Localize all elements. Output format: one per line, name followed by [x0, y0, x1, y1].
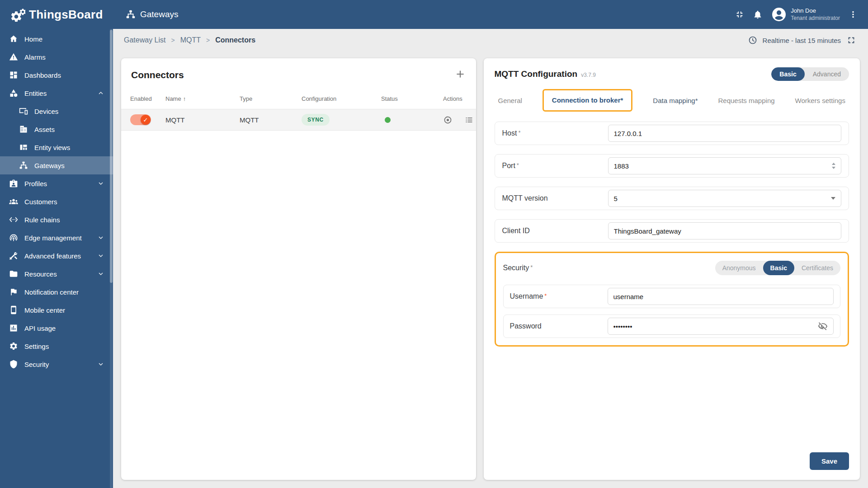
stepper-down-icon[interactable] [832, 167, 835, 169]
sidebar-item-home[interactable]: Home [0, 30, 113, 48]
column-enabled[interactable]: Enabled [130, 95, 165, 102]
column-type[interactable]: Type [240, 95, 302, 102]
enabled-toggle[interactable]: ✓ [130, 114, 151, 125]
sort-asc-icon[interactable]: ↑ [183, 95, 186, 102]
port-label: Port* [502, 162, 608, 170]
user-role: Tenant administrator [791, 15, 840, 22]
column-name[interactable]: Name ↑ [165, 95, 240, 102]
username-field[interactable] [613, 293, 828, 300]
mode-basic-button[interactable]: Basic [771, 67, 804, 81]
connectors-panel: Connectors Enabled Name ↑ Type Configura… [121, 58, 476, 480]
password-field[interactable] [613, 323, 815, 330]
client-id-input[interactable] [614, 227, 836, 235]
sidebar-item-mobile-center[interactable]: Mobile center [0, 301, 113, 319]
sidebar-scrollbar-thumb[interactable] [110, 30, 113, 283]
sidebar-item-rule-chains[interactable]: Rule chains [0, 211, 113, 229]
shield-icon [9, 360, 18, 369]
sidebar-item-devices[interactable]: Devices [0, 102, 113, 120]
sidebar-item-gateways[interactable]: Gateways [0, 156, 113, 174]
settings-ethernet-icon [9, 215, 18, 224]
user-menu[interactable]: John Doe Tenant administrator [771, 6, 840, 23]
sidebar-item-alarms[interactable]: Alarms [0, 48, 113, 66]
config-title: MQTT Configuration [495, 69, 578, 79]
mqtt-version-select[interactable]: 5 [608, 190, 842, 207]
host-input[interactable] [614, 130, 836, 137]
status-cell [381, 117, 443, 123]
construction-icon [9, 251, 18, 260]
avatar [771, 6, 787, 23]
sidebar-item-resources[interactable]: Resources [0, 265, 113, 283]
chevron-down-icon [97, 270, 105, 278]
mode-advanced-button[interactable]: Advanced [805, 67, 849, 81]
tab-general[interactable]: General [498, 97, 522, 104]
tab-data-mapping[interactable]: Data mapping* [653, 97, 698, 104]
sidebar-item-security[interactable]: Security [0, 355, 113, 373]
time-controls: Realtime - last 15 minutes [748, 35, 856, 45]
status-ok-dot [385, 117, 391, 123]
security-anonymous-button[interactable]: Anonymous [715, 261, 763, 275]
tab-requests-mapping[interactable]: Requests mapping [718, 97, 774, 104]
security-basic-button[interactable]: Basic [763, 261, 794, 275]
sidebar-item-entity-views[interactable]: Entity views [0, 138, 113, 156]
client-id-label: Client ID [502, 227, 608, 235]
home-icon [9, 34, 18, 43]
security-certificates-button[interactable]: Certificates [794, 261, 840, 275]
notifications-button[interactable] [753, 9, 763, 19]
breadcrumb-mqtt[interactable]: MQTT [180, 36, 201, 44]
tab-workers-settings[interactable]: Workers settings [795, 97, 845, 104]
config-version: v3.7.9 [581, 72, 596, 78]
column-status[interactable]: Status [381, 95, 443, 102]
fullscreen-icon [846, 35, 856, 45]
sidebar-item-customers[interactable]: Customers [0, 192, 113, 211]
breadcrumb-gateway-list[interactable]: Gateway List [124, 36, 165, 44]
connector-scan-button[interactable] [443, 115, 453, 125]
more-menu-button[interactable] [848, 9, 858, 19]
connector-logs-button[interactable] [464, 115, 474, 125]
collapse-header-button[interactable] [735, 9, 745, 19]
configuration-cell: SYNC [302, 114, 381, 126]
port-input[interactable] [614, 162, 829, 170]
sidebar-item-settings[interactable]: Settings [0, 337, 113, 355]
breadcrumb-separator: > [171, 37, 175, 44]
sidebar-item-edge-management[interactable]: Edge management [0, 229, 113, 247]
lan-icon [19, 161, 28, 170]
brand-logo[interactable]: ThingsBoard [0, 0, 113, 29]
host-row: Host* [495, 122, 849, 145]
sidebar-item-label: Mobile center [24, 306, 65, 314]
wifi-tethering-icon [9, 233, 18, 242]
sidebar-item-entities[interactable]: Entities [0, 84, 113, 102]
host-label-text: Host [502, 129, 517, 137]
username-label-text: Username [510, 292, 543, 300]
sidebar-item-api-usage[interactable]: API usage [0, 319, 113, 337]
fullscreen-button[interactable] [846, 35, 856, 45]
add-connector-button[interactable] [454, 68, 466, 82]
top-header: Gateways John Doe Tenant administrator [113, 0, 868, 29]
sidebar-item-profiles[interactable]: Profiles [0, 174, 113, 192]
toggle-password-visibility-button[interactable] [818, 321, 828, 331]
sidebar-item-dashboards[interactable]: Dashboards [0, 66, 113, 84]
brand-name: ThingsBoard [29, 8, 103, 22]
table-row[interactable]: ✓ MQTT MQTT SYNC [121, 109, 476, 131]
tab-connection-to-broker[interactable]: Connection to broker* [552, 96, 623, 104]
sidebar-item-label: Notification center [24, 288, 79, 296]
time-range-button[interactable]: Realtime - last 15 minutes [763, 37, 841, 44]
port-input-wrap [608, 157, 842, 174]
stepper-up-icon[interactable] [832, 163, 835, 165]
column-configuration[interactable]: Configuration [302, 95, 381, 102]
security-label: Security* [503, 264, 609, 272]
page-title-wrap: Gateways [126, 9, 178, 19]
sidebar-item-assets[interactable]: Assets [0, 120, 113, 138]
required-marker: * [544, 292, 547, 299]
breadcrumb-separator: > [206, 37, 210, 44]
username-row: Username* [503, 285, 841, 308]
sidebar-item-label: Home [24, 35, 42, 43]
view-quilt-icon [19, 143, 28, 152]
security-label-text: Security [503, 264, 529, 272]
connector-name: MQTT [165, 116, 240, 124]
sidebar-item-advanced-features[interactable]: Advanced features [0, 247, 113, 265]
required-marker: * [530, 264, 533, 271]
save-button[interactable]: Save [810, 452, 849, 470]
broker-form: Host* Port* [495, 122, 849, 356]
chevron-down-icon[interactable] [831, 197, 835, 200]
sidebar-item-notification-center[interactable]: Notification center [0, 283, 113, 301]
